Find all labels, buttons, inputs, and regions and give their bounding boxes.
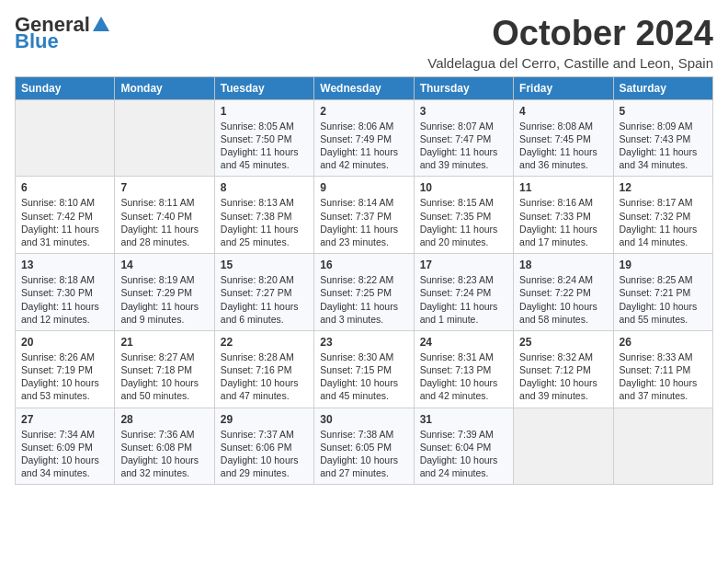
day-number: 4 — [519, 105, 607, 118]
calendar-cell: 23Sunrise: 8:30 AM Sunset: 7:15 PM Dayli… — [314, 330, 414, 408]
day-number: 2 — [320, 105, 407, 118]
day-info: Sunrise: 8:33 AM Sunset: 7:11 PM Dayligh… — [620, 350, 707, 403]
calendar-cell: 15Sunrise: 8:20 AM Sunset: 7:27 PM Dayli… — [214, 254, 313, 331]
calendar-header-row: SundayMondayTuesdayWednesdayThursdayFrid… — [16, 76, 713, 99]
day-info: Sunrise: 8:26 AM Sunset: 7:19 PM Dayligh… — [21, 350, 108, 403]
day-info: Sunrise: 8:32 AM Sunset: 7:12 PM Dayligh… — [519, 350, 607, 403]
day-info: Sunrise: 7:34 AM Sunset: 6:09 PM Dayligh… — [21, 428, 108, 480]
day-number: 30 — [320, 413, 407, 426]
day-info: Sunrise: 8:15 AM Sunset: 7:35 PM Dayligh… — [420, 196, 507, 248]
calendar-cell: 29Sunrise: 7:37 AM Sunset: 6:06 PM Dayli… — [214, 408, 313, 485]
calendar-cell: 5Sunrise: 8:09 AM Sunset: 7:43 PM Daylig… — [613, 99, 712, 177]
calendar-cell: 16Sunrise: 8:22 AM Sunset: 7:25 PM Dayli… — [314, 254, 414, 331]
day-info: Sunrise: 7:38 AM Sunset: 6:05 PM Dayligh… — [320, 428, 407, 480]
day-info: Sunrise: 8:28 AM Sunset: 7:16 PM Dayligh… — [221, 350, 308, 403]
day-number: 1 — [221, 105, 308, 118]
header: General Blue October 2024 Valdelagua del… — [15, 15, 713, 71]
calendar-header-cell: Wednesday — [314, 76, 414, 99]
calendar-cell: 13Sunrise: 8:18 AM Sunset: 7:30 PM Dayli… — [16, 254, 115, 331]
day-number: 26 — [620, 336, 707, 349]
day-info: Sunrise: 8:30 AM Sunset: 7:15 PM Dayligh… — [320, 350, 407, 403]
day-info: Sunrise: 8:22 AM Sunset: 7:25 PM Dayligh… — [320, 273, 407, 326]
logo: General Blue — [15, 15, 111, 52]
calendar-cell: 19Sunrise: 8:25 AM Sunset: 7:21 PM Dayli… — [613, 254, 712, 331]
calendar-cell: 1Sunrise: 8:05 AM Sunset: 7:50 PM Daylig… — [214, 99, 313, 177]
day-number: 8 — [221, 181, 308, 194]
calendar-table: SundayMondayTuesdayWednesdayThursdayFrid… — [15, 76, 713, 485]
day-number: 17 — [420, 259, 507, 271]
day-info: Sunrise: 8:27 AM Sunset: 7:18 PM Dayligh… — [120, 350, 208, 403]
calendar-cell: 11Sunrise: 8:16 AM Sunset: 7:33 PM Dayli… — [514, 177, 613, 254]
day-number: 28 — [120, 413, 208, 426]
calendar-cell: 6Sunrise: 8:10 AM Sunset: 7:42 PM Daylig… — [16, 177, 115, 254]
calendar-cell — [16, 99, 115, 177]
calendar-week-row: 1Sunrise: 8:05 AM Sunset: 7:50 PM Daylig… — [16, 99, 713, 177]
day-number: 27 — [21, 413, 108, 426]
calendar-header-cell: Sunday — [16, 76, 115, 99]
day-number: 25 — [519, 336, 607, 349]
day-number: 15 — [221, 259, 308, 271]
calendar-header-cell: Thursday — [414, 76, 513, 99]
day-info: Sunrise: 7:37 AM Sunset: 6:06 PM Dayligh… — [221, 428, 308, 480]
location-title: Valdelagua del Cerro, Castille and Leon,… — [427, 55, 713, 71]
day-number: 11 — [519, 181, 607, 194]
calendar-cell: 27Sunrise: 7:34 AM Sunset: 6:09 PM Dayli… — [16, 408, 115, 485]
day-info: Sunrise: 8:18 AM Sunset: 7:30 PM Dayligh… — [21, 273, 108, 326]
calendar-header-cell: Friday — [514, 76, 613, 99]
day-info: Sunrise: 8:07 AM Sunset: 7:47 PM Dayligh… — [420, 120, 507, 172]
day-info: Sunrise: 8:08 AM Sunset: 7:45 PM Dayligh… — [519, 120, 607, 172]
calendar-body: 1Sunrise: 8:05 AM Sunset: 7:50 PM Daylig… — [16, 99, 713, 484]
day-info: Sunrise: 7:36 AM Sunset: 6:08 PM Dayligh… — [120, 428, 208, 480]
day-number: 7 — [120, 181, 208, 194]
day-info: Sunrise: 8:25 AM Sunset: 7:21 PM Dayligh… — [620, 273, 707, 326]
logo-icon — [91, 15, 111, 35]
day-info: Sunrise: 8:05 AM Sunset: 7:50 PM Dayligh… — [221, 120, 308, 172]
calendar-cell: 4Sunrise: 8:08 AM Sunset: 7:45 PM Daylig… — [514, 99, 613, 177]
calendar-cell: 8Sunrise: 8:13 AM Sunset: 7:38 PM Daylig… — [214, 177, 313, 254]
calendar-cell: 18Sunrise: 8:24 AM Sunset: 7:22 PM Dayli… — [514, 254, 613, 331]
day-number: 20 — [21, 336, 108, 349]
day-number: 6 — [21, 181, 108, 194]
calendar-cell: 25Sunrise: 8:32 AM Sunset: 7:12 PM Dayli… — [514, 330, 613, 408]
calendar-week-row: 27Sunrise: 7:34 AM Sunset: 6:09 PM Dayli… — [16, 408, 713, 485]
day-number: 23 — [320, 336, 407, 349]
svg-marker-0 — [93, 17, 109, 31]
day-info: Sunrise: 7:39 AM Sunset: 6:04 PM Dayligh… — [420, 428, 507, 480]
day-number: 29 — [221, 413, 308, 426]
day-info: Sunrise: 8:11 AM Sunset: 7:40 PM Dayligh… — [120, 196, 208, 248]
calendar-cell: 24Sunrise: 8:31 AM Sunset: 7:13 PM Dayli… — [414, 330, 513, 408]
day-number: 13 — [21, 259, 108, 271]
calendar-cell — [613, 408, 712, 485]
day-number: 31 — [420, 413, 507, 426]
logo-blue: Blue — [15, 31, 59, 52]
calendar-cell: 31Sunrise: 7:39 AM Sunset: 6:04 PM Dayli… — [414, 408, 513, 485]
day-info: Sunrise: 8:23 AM Sunset: 7:24 PM Dayligh… — [420, 273, 507, 326]
calendar-cell: 2Sunrise: 8:06 AM Sunset: 7:49 PM Daylig… — [314, 99, 414, 177]
day-info: Sunrise: 8:13 AM Sunset: 7:38 PM Dayligh… — [221, 196, 308, 248]
title-area: October 2024 Valdelagua del Cerro, Casti… — [427, 15, 713, 71]
day-number: 18 — [519, 259, 607, 271]
calendar-cell: 26Sunrise: 8:33 AM Sunset: 7:11 PM Dayli… — [613, 330, 712, 408]
calendar-cell: 10Sunrise: 8:15 AM Sunset: 7:35 PM Dayli… — [414, 177, 513, 254]
day-number: 22 — [221, 336, 308, 349]
day-number: 5 — [620, 105, 707, 118]
day-number: 9 — [320, 181, 407, 194]
calendar-cell: 14Sunrise: 8:19 AM Sunset: 7:29 PM Dayli… — [115, 254, 214, 331]
calendar-cell: 3Sunrise: 8:07 AM Sunset: 7:47 PM Daylig… — [414, 99, 513, 177]
day-info: Sunrise: 8:31 AM Sunset: 7:13 PM Dayligh… — [420, 350, 507, 403]
calendar-cell: 30Sunrise: 7:38 AM Sunset: 6:05 PM Dayli… — [314, 408, 414, 485]
day-number: 14 — [120, 259, 208, 271]
calendar-week-row: 6Sunrise: 8:10 AM Sunset: 7:42 PM Daylig… — [16, 177, 713, 254]
day-info: Sunrise: 8:14 AM Sunset: 7:37 PM Dayligh… — [320, 196, 407, 248]
day-number: 3 — [420, 105, 507, 118]
calendar-week-row: 13Sunrise: 8:18 AM Sunset: 7:30 PM Dayli… — [16, 254, 713, 331]
day-info: Sunrise: 8:06 AM Sunset: 7:49 PM Dayligh… — [320, 120, 407, 172]
calendar-cell: 12Sunrise: 8:17 AM Sunset: 7:32 PM Dayli… — [613, 177, 712, 254]
day-number: 10 — [420, 181, 507, 194]
calendar-cell — [115, 99, 214, 177]
calendar-header-cell: Saturday — [613, 76, 712, 99]
day-number: 21 — [120, 336, 208, 349]
calendar-week-row: 20Sunrise: 8:26 AM Sunset: 7:19 PM Dayli… — [16, 330, 713, 408]
day-info: Sunrise: 8:20 AM Sunset: 7:27 PM Dayligh… — [221, 273, 308, 326]
calendar-cell: 7Sunrise: 8:11 AM Sunset: 7:40 PM Daylig… — [115, 177, 214, 254]
